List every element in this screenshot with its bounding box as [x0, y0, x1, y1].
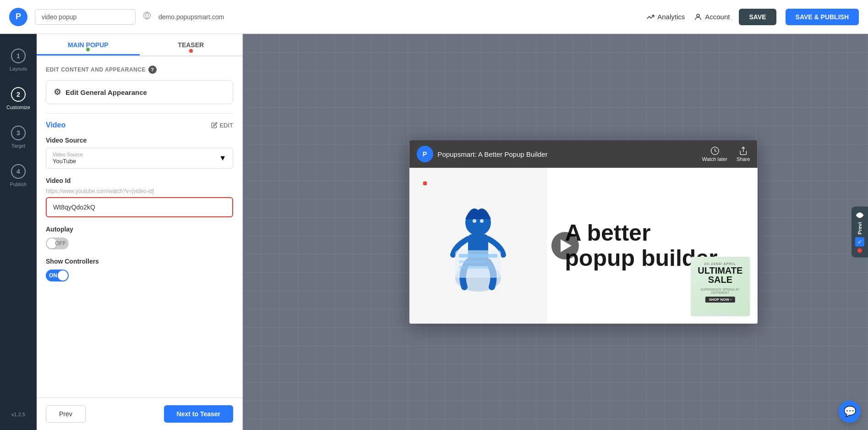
url-icon [143, 11, 151, 22]
video-source-label: Video Source [46, 137, 233, 144]
illustration-svg [437, 186, 519, 305]
video-edit-link[interactable]: EDIT [211, 122, 233, 129]
svg-rect-10 [459, 254, 497, 258]
svg-rect-12 [459, 266, 492, 269]
video-source-group: Video Source Video Source YouTube ▼ [46, 137, 233, 169]
autoplay-toggle-wrap: OFF [46, 237, 233, 249]
save-button[interactable]: SAVE [739, 9, 776, 25]
sale-cta: SHOP NOW › [705, 297, 735, 303]
tab-main-popup[interactable]: MAIN POPUP [37, 34, 140, 55]
panel-content: EDIT CONTENT AND APPEARANCE ? ⚙ Edit Gen… [37, 56, 242, 397]
step-4-label: Publish [10, 182, 27, 187]
play-triangle [560, 239, 571, 252]
step-3-label: Target [11, 143, 26, 149]
eye-icon [856, 211, 864, 220]
prev-button[interactable]: Prev [46, 405, 86, 423]
autoplay-state: OFF [55, 240, 66, 247]
preview-check-blue: ✓ [855, 237, 864, 246]
video-source-select[interactable]: Video Source YouTube ▼ [46, 148, 233, 169]
svg-point-7 [472, 219, 476, 223]
controllers-toggle[interactable]: ON [46, 270, 69, 281]
deco-dot-red [423, 182, 426, 185]
step-1-label: Layouts [10, 66, 27, 72]
popup-video-header: P Popupsmart: A Better Popup Builder Wat… [409, 140, 757, 168]
help-icon[interactable]: ? [148, 66, 157, 74]
video-header-actions: Watch later Share [702, 146, 750, 162]
sale-subtitle: EXPERIENCE SPRING AT DIFFERENT [695, 288, 745, 294]
topbar-right: Analytics Account SAVE SAVE & PUBLISH [646, 9, 859, 25]
step-layouts[interactable]: 1 Layouts [0, 43, 37, 77]
step-1-circle: 1 [11, 49, 26, 63]
main-popup-dot [86, 48, 90, 51]
main-layout: 1 Layouts 2 Customize 3 Target 4 Publish… [0, 34, 868, 430]
popup-preview: ✕ P Popupsmart: A Better Popup Builder W… [409, 140, 757, 324]
panel-footer: Prev Next to Teaser [37, 397, 242, 430]
save-publish-button[interactable]: SAVE & PUBLISH [786, 9, 859, 25]
thumb-right: A better popup builder. 20-22ND APRIL UL… [546, 168, 757, 324]
watch-later-action[interactable]: Watch later [702, 146, 727, 162]
preview-toggle-dots: ✓ [855, 237, 864, 253]
divider [46, 113, 233, 114]
step-4-circle: 4 [11, 164, 26, 179]
popup-video-title: Popupsmart: A Better Popup Builder [437, 150, 697, 158]
controllers-state: ON [49, 272, 57, 279]
video-id-label: Video Id [46, 177, 233, 184]
video-source-inner-label: Video Source [53, 152, 83, 157]
site-url: demo.popupsmart.com [158, 13, 224, 21]
video-section-title: Video [46, 121, 66, 129]
campaign-name-input[interactable] [35, 9, 136, 25]
controllers-label: Show Controllers [46, 258, 233, 265]
controllers-knob [58, 270, 68, 281]
video-id-group: Video Id https://www.youtube.com/watch?v… [46, 177, 233, 217]
preview-toggle[interactable]: Previ ✓ [852, 207, 868, 258]
edit-appearance-button[interactable]: ⚙ Edit General Appearance [46, 80, 233, 104]
app-logo: P [9, 8, 27, 26]
settings-icon: ⚙ [54, 87, 61, 97]
step-2-circle: 2 [11, 87, 26, 102]
video-id-hint: https://www.youtube.com/watch?v=[video-i… [46, 188, 233, 194]
autoplay-group: Autoplay OFF [46, 226, 233, 249]
svg-point-8 [480, 219, 483, 223]
video-section-header: Video EDIT [46, 121, 233, 129]
step-publish[interactable]: 4 Publish [0, 159, 37, 193]
account-nav[interactable]: Account [694, 13, 730, 21]
topbar: P demo.popupsmart.com Analytics Account … [0, 0, 868, 34]
tab-teaser[interactable]: TEASER [140, 34, 243, 55]
canvas-area: ✕ P Popupsmart: A Better Popup Builder W… [243, 34, 868, 430]
share-action[interactable]: Share [737, 146, 750, 162]
teaser-dot [189, 49, 193, 53]
version-label: v1.2.5 [11, 412, 25, 421]
chat-bubble[interactable]: 💬 [839, 401, 861, 423]
panel-tabs: MAIN POPUP TEASER [37, 34, 242, 56]
section-label: EDIT CONTENT AND APPEARANCE ? [46, 66, 233, 74]
steps-sidebar: 1 Layouts 2 Customize 3 Target 4 Publish… [0, 34, 37, 430]
next-to-teaser-button[interactable]: Next to Teaser [164, 405, 233, 423]
yt-logo: P [416, 146, 433, 162]
video-source-value: YouTube [53, 158, 83, 165]
step-3-circle: 3 [11, 126, 26, 140]
controllers-group: Show Controllers ON [46, 258, 233, 281]
svg-point-0 [144, 12, 151, 19]
analytics-nav[interactable]: Analytics [646, 13, 685, 21]
controllers-toggle-wrap: ON [46, 270, 233, 281]
play-button[interactable] [551, 232, 579, 259]
popup-thumbnail: A better popup builder. 20-22ND APRIL UL… [409, 168, 757, 324]
svg-point-1 [697, 14, 699, 17]
thumb-left [409, 168, 546, 324]
svg-rect-11 [459, 260, 486, 263]
sale-card: 20-22ND APRIL ULTIMATESALE EXPERIENCE SP… [690, 257, 750, 316]
sale-title: ULTIMATESALE [695, 266, 745, 284]
step-2-label: Customize [6, 105, 30, 110]
video-id-input[interactable] [46, 197, 233, 217]
autoplay-label: Autoplay [46, 226, 233, 233]
sale-content: 20-22ND APRIL ULTIMATESALE EXPERIENCE SP… [691, 257, 749, 307]
dropdown-arrow-icon: ▼ [219, 154, 226, 162]
preview-dot-red [857, 248, 862, 253]
step-customize[interactable]: 2 Customize [0, 82, 37, 116]
step-target[interactable]: 3 Target [0, 120, 37, 154]
preview-label: Previ [857, 222, 863, 235]
autoplay-toggle[interactable]: OFF [46, 237, 69, 249]
config-panel: MAIN POPUP TEASER EDIT CONTENT AND APPEA… [37, 34, 243, 430]
